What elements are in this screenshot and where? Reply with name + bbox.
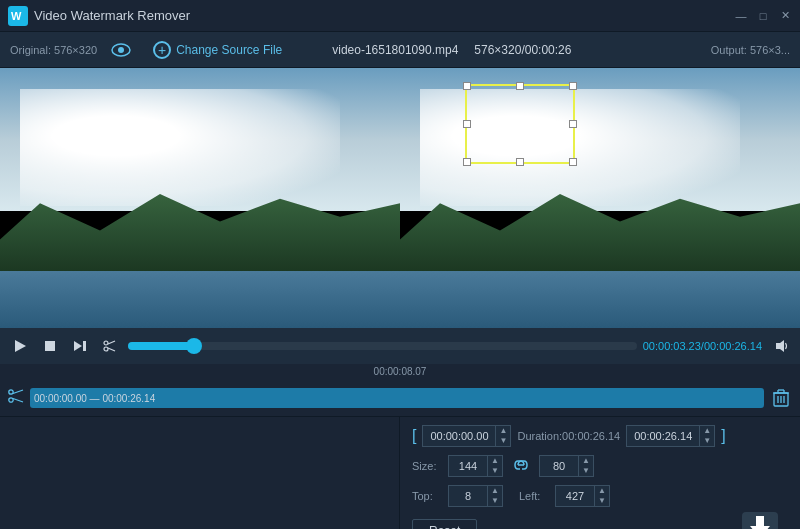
height-group: ▲ ▼ xyxy=(539,455,594,477)
cloud-layer xyxy=(20,89,340,206)
resize-handle-ml[interactable] xyxy=(463,120,471,128)
output-dimensions-label: Output: 576×3... xyxy=(711,44,790,56)
resize-handle-bm[interactable] xyxy=(516,158,524,166)
top-down[interactable]: ▼ xyxy=(488,496,502,506)
top-label: Top: xyxy=(412,490,442,502)
svg-line-10 xyxy=(108,341,115,344)
app-logo-icon: W xyxy=(8,6,28,26)
resize-handle-tm[interactable] xyxy=(516,82,524,90)
resize-handle-mr[interactable] xyxy=(569,120,577,128)
volume-button[interactable] xyxy=(772,336,792,356)
resize-handle-br[interactable] xyxy=(569,158,577,166)
scissors-icon xyxy=(8,388,24,407)
left-spinners: ▲ ▼ xyxy=(594,486,609,506)
end-time-group: ▲ ▼ xyxy=(626,425,715,447)
start-time-up[interactable]: ▲ xyxy=(496,426,510,436)
start-time-down[interactable]: ▼ xyxy=(496,436,510,446)
svg-marker-6 xyxy=(74,341,82,351)
titlebar: W Video Watermark Remover — □ ✕ xyxy=(0,0,800,32)
progress-fill xyxy=(128,342,194,350)
end-time-down[interactable]: ▼ xyxy=(700,436,714,446)
width-group: ▲ ▼ xyxy=(448,455,503,477)
cut-button[interactable] xyxy=(98,334,122,358)
play-button[interactable] xyxy=(8,334,32,358)
video-canvas xyxy=(0,68,800,328)
progress-bar[interactable] xyxy=(128,342,637,350)
video-dimensions: 576×320/00:00:26 xyxy=(474,43,571,57)
video-preview xyxy=(0,68,800,328)
svg-rect-7 xyxy=(83,341,86,351)
width-down[interactable]: ▼ xyxy=(488,466,502,476)
delete-track-button[interactable] xyxy=(770,387,792,409)
time-display: 00:00:03.23/00:00:26.14 xyxy=(643,340,762,352)
end-time-input[interactable] xyxy=(627,427,699,445)
end-time-spinners: ▲ ▼ xyxy=(699,426,714,446)
playback-controls: 00:00:03.23/00:00:26.14 xyxy=(0,328,800,364)
minimize-button[interactable]: — xyxy=(734,9,748,23)
position-row: Top: ▲ ▼ Left: ▲ ▼ xyxy=(412,485,788,507)
end-time-up[interactable]: ▲ xyxy=(700,426,714,436)
maximize-button[interactable]: □ xyxy=(756,9,770,23)
video-right-panel xyxy=(400,68,800,328)
svg-line-15 xyxy=(13,390,23,394)
water-layer xyxy=(0,271,400,328)
start-time-spinners: ▲ ▼ xyxy=(495,426,510,446)
water-layer-right xyxy=(400,271,800,328)
original-dimensions-label: Original: 576×320 xyxy=(10,44,97,56)
change-source-button[interactable]: + Change Source File xyxy=(153,41,282,59)
plus-circle-icon: + xyxy=(153,41,171,59)
link-icon[interactable] xyxy=(513,457,529,476)
resize-handle-tl[interactable] xyxy=(463,82,471,90)
top-spinners: ▲ ▼ xyxy=(487,486,502,506)
download-arrow-icon xyxy=(740,512,780,529)
left-input[interactable] xyxy=(556,487,594,505)
top-up[interactable]: ▲ xyxy=(488,486,502,496)
left-up[interactable]: ▲ xyxy=(595,486,609,496)
svg-point-8 xyxy=(104,341,108,345)
skip-frame-button[interactable] xyxy=(68,334,92,358)
top-input[interactable] xyxy=(449,487,487,505)
bracket-left: [ xyxy=(412,427,416,445)
svg-text:W: W xyxy=(11,10,22,22)
svg-point-3 xyxy=(118,47,124,53)
watermark-selection-box[interactable] xyxy=(465,84,575,164)
video-preview-area xyxy=(0,68,800,328)
current-time: 00:00:08.07 xyxy=(374,366,427,377)
left-group: ▲ ▼ xyxy=(555,485,610,507)
reset-row: Reset xyxy=(412,515,788,529)
top-group: ▲ ▼ xyxy=(448,485,503,507)
start-time-input[interactable] xyxy=(423,427,495,445)
eye-icon[interactable] xyxy=(107,39,135,61)
progress-thumb[interactable] xyxy=(186,338,202,354)
app-title: Video Watermark Remover xyxy=(34,8,734,23)
resize-handle-bl[interactable] xyxy=(463,158,471,166)
height-up[interactable]: ▲ xyxy=(579,456,593,466)
stop-button[interactable] xyxy=(38,334,62,358)
track-time-label: 00:00:00.00 — 00:00:26.14 xyxy=(34,392,155,403)
start-time-group: ▲ ▼ xyxy=(422,425,511,447)
video-scene-right xyxy=(400,68,800,328)
height-input[interactable] xyxy=(540,457,578,475)
video-left-panel xyxy=(0,68,400,328)
video-scene-left xyxy=(0,68,400,328)
current-time-bar: 00:00:08.07 xyxy=(0,364,800,379)
close-button[interactable]: ✕ xyxy=(778,9,792,23)
size-label: Size: xyxy=(412,460,442,472)
height-down[interactable]: ▼ xyxy=(579,466,593,476)
svg-point-9 xyxy=(104,347,108,351)
left-label: Left: xyxy=(519,490,549,502)
svg-rect-5 xyxy=(45,341,55,351)
top-toolbar: Original: 576×320 + Change Source File v… xyxy=(0,32,800,68)
timeline-track: 00:00:00.00 — 00:00:26.14 xyxy=(0,379,800,417)
timeline-track-bar[interactable]: 00:00:00.00 — 00:00:26.14 xyxy=(30,388,764,408)
resize-handle-tr[interactable] xyxy=(569,82,577,90)
width-input[interactable] xyxy=(449,457,487,475)
width-up[interactable]: ▲ xyxy=(488,456,502,466)
reset-button[interactable]: Reset xyxy=(412,519,477,529)
right-panel: [ ▲ ▼ Duration:00:00:26.14 ▲ ▼ ] Size: xyxy=(400,417,800,529)
svg-point-13 xyxy=(9,390,13,394)
height-spinners: ▲ ▼ xyxy=(578,456,593,476)
svg-marker-12 xyxy=(776,340,784,352)
bottom-area: + + Add watermark removing area [ ▲ ▼ Du… xyxy=(0,417,800,529)
left-down[interactable]: ▼ xyxy=(595,496,609,506)
